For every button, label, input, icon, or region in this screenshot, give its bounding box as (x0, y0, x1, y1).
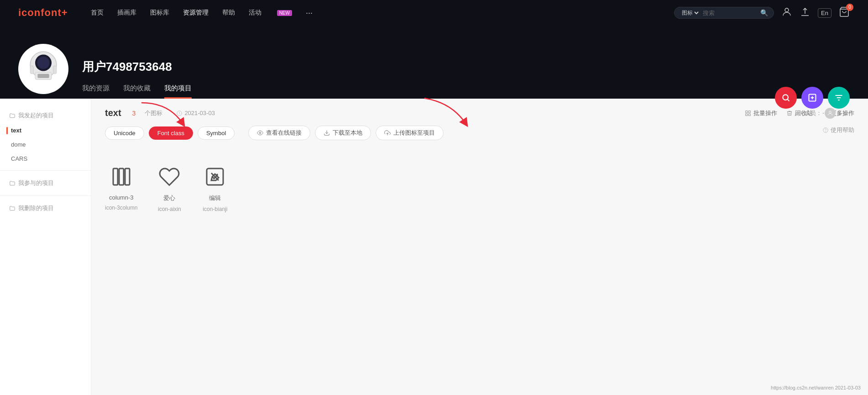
project-header: text 3 个图标 2021-03-03 批量操作 (105, 108, 854, 118)
column-svg (110, 166, 132, 188)
members-icon (794, 110, 801, 117)
icon-card-column[interactable]: column-3 icon-3column (105, 163, 137, 212)
nav-home[interactable]: 首页 (91, 9, 104, 17)
user-avatar-icon[interactable] (781, 6, 792, 20)
logo-text: iconfont (18, 7, 62, 18)
eye-icon (257, 130, 263, 136)
view-online-link-btn[interactable]: 查看在线链接 (248, 126, 310, 140)
sidebar-item-cars[interactable]: CARS (0, 152, 91, 166)
sidebar-section-deleted: 我删除的项目 (0, 200, 91, 216)
download-local-btn[interactable]: 下载至本地 (315, 126, 371, 140)
folder-icon-2 (9, 180, 16, 186)
language-toggle[interactable]: En (818, 8, 831, 18)
mode-fontclass[interactable]: Font class (149, 126, 193, 140)
members-bar: 成员： x 1 (794, 108, 854, 119)
nav-more[interactable]: ··· (306, 8, 313, 18)
icon-count-label: 个图标 (145, 109, 162, 117)
folder-icon (9, 112, 16, 119)
search-input[interactable] (703, 10, 758, 16)
action-row-btns: 查看在线链接 下载至本地 上传图标至项目 (248, 126, 444, 140)
svg-rect-19 (748, 114, 750, 116)
download-label: 下载至本地 (333, 129, 362, 137)
nav-help[interactable]: 帮助 (222, 9, 235, 17)
icon-card-heart[interactable]: 爱心 icon-aixin (156, 163, 183, 212)
members-count: x 1 (838, 110, 846, 117)
profile-info: 用户7498753648 我的资源 我的收藏 我的项目 (82, 50, 850, 99)
svg-rect-8 (53, 66, 57, 74)
main-layout: 我发起的项目 text dome CARS 我参与的项目 我删除的项目 成 (0, 99, 868, 395)
svg-rect-7 (30, 66, 33, 74)
svg-rect-28 (113, 169, 118, 185)
trash-icon (786, 110, 793, 116)
folder-icon-3 (9, 205, 16, 211)
heart-svg (158, 166, 180, 188)
tab-my-resources[interactable]: 我的资源 (82, 84, 110, 99)
logo-plus: + (62, 7, 68, 18)
add-float-btn[interactable] (801, 87, 823, 109)
cart-badge: 0 (846, 4, 853, 11)
tab-my-projects[interactable]: 我的项目 (164, 84, 192, 99)
svg-rect-30 (125, 169, 130, 185)
main-content: 成员： x 1 使用帮助 text 3 个图标 (91, 99, 868, 395)
sidebar-divider-1 (0, 170, 91, 171)
sidebar: 我发起的项目 text dome CARS 我参与的项目 我删除的项目 (0, 99, 91, 395)
nav-icon-lib[interactable]: 图标库 (150, 9, 169, 17)
chevron-down-icon[interactable] (849, 111, 854, 116)
upload-icon[interactable] (800, 6, 810, 20)
project-date: 2021-03-03 (176, 110, 215, 116)
svg-point-0 (785, 8, 789, 12)
edit-svg (204, 166, 226, 188)
sidebar-section-title-3: 我删除的项目 (18, 204, 54, 212)
search-type-select[interactable]: 图标 (680, 9, 700, 16)
upload-icons-btn[interactable]: 上传图标至项目 (376, 126, 444, 140)
icons-grid: column-3 icon-3column 爱心 icon-aixin (105, 154, 854, 221)
nav-activity[interactable]: 活动 (249, 9, 261, 17)
sort-float-btn[interactable] (828, 87, 850, 109)
batch-operations-btn[interactable]: 批量操作 (745, 109, 777, 117)
download-icon (324, 130, 330, 136)
batch-icon (745, 110, 751, 116)
tab-my-favorites[interactable]: 我的收藏 (123, 84, 151, 99)
member-avatar (825, 108, 836, 119)
icon-cn-name-column: column-3 (109, 194, 133, 201)
batch-label: 批量操作 (753, 109, 777, 117)
svg-rect-29 (119, 169, 124, 185)
profile-tabs: 我的资源 我的收藏 我的项目 (82, 84, 850, 99)
heart-icon-symbol (156, 163, 183, 190)
edit-icon-symbol (201, 163, 229, 190)
avatar-image (23, 48, 64, 90)
icon-card-edit[interactable]: 编辑 icon-bianji (201, 163, 229, 212)
logo[interactable]: iconfont+ (18, 7, 68, 19)
search-float-btn[interactable] (775, 87, 797, 109)
sidebar-section-participating: 我参与的项目 (0, 175, 91, 191)
url-bar: https://blog.cs2n.net/wanren 2021-03-03 (771, 385, 861, 390)
svg-point-4 (37, 57, 50, 69)
nav-resource[interactable]: 资源管理 (183, 9, 209, 17)
nav-illustration[interactable]: 插画库 (117, 9, 136, 17)
sidebar-item-text[interactable]: text (0, 123, 91, 137)
cart-icon[interactable]: 0 (839, 6, 850, 20)
sidebar-divider-2 (0, 195, 91, 196)
search-box[interactable]: 图标 🔍 (674, 7, 774, 19)
mode-unicode[interactable]: Unicode (105, 126, 144, 140)
sidebar-section-title-2: 我参与的项目 (18, 179, 54, 187)
profile-username: 用户7498753648 (82, 59, 850, 75)
icon-cn-name-edit: 编辑 (209, 194, 221, 202)
sidebar-item-dome[interactable]: dome (0, 137, 91, 152)
icon-en-name-heart: icon-aixin (158, 206, 181, 212)
icon-cn-name-heart: 爱心 (163, 194, 175, 202)
column-icon-symbol (108, 163, 135, 190)
svg-rect-6 (37, 74, 49, 78)
mode-row: Unicode Font class Symbol 查看在线链接 下载至 (105, 126, 854, 140)
top-navigation: iconfont+ 首页 插画库 图标库 资源管理 帮助 活动 NEW ··· … (0, 0, 868, 26)
sidebar-section-title-1: 我发起的项目 (18, 111, 54, 120)
mode-symbol[interactable]: Symbol (198, 126, 235, 140)
search-icon[interactable]: 🔍 (760, 9, 768, 16)
svg-rect-18 (746, 114, 748, 116)
project-date-text: 2021-03-03 (184, 110, 215, 116)
nav-right: 图标 🔍 En 0 (674, 6, 850, 20)
icon-count: 3 (132, 110, 136, 117)
nav-links: 首页 插画库 图标库 资源管理 帮助 活动 NEW ··· (91, 8, 674, 18)
svg-point-23 (260, 132, 261, 134)
upload-to-project-icon (384, 130, 391, 136)
